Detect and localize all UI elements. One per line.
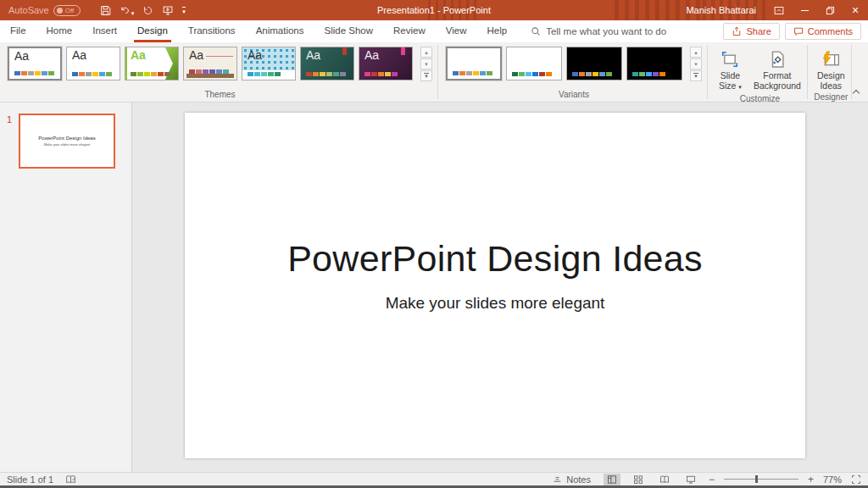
customize-quick-access-toolbar-icon[interactable]: ▾	[182, 7, 186, 14]
theme-thumbnail-4[interactable]: Aa	[183, 47, 237, 80]
status-bar: Slide 1 of 1 Notes	[0, 472, 868, 485]
slide-size-label-2: Size ▾	[719, 80, 742, 92]
theme-aa-label: Aa	[72, 48, 86, 62]
variant-color-swatches	[512, 72, 552, 76]
variant-color-swatches	[572, 72, 612, 76]
zoom-slider-thumb[interactable]	[755, 475, 758, 483]
tab-transitions[interactable]: Transitions	[178, 20, 246, 42]
design-ideas-label-1: Design	[817, 70, 845, 80]
collapse-ribbon-icon[interactable]	[854, 91, 860, 97]
reading-view-icon	[659, 474, 670, 485]
start-from-beginning-icon[interactable]	[162, 5, 174, 16]
variant-thumbnail-2[interactable]	[506, 47, 562, 80]
slide-number: 1	[0, 114, 19, 169]
share-button[interactable]: Share	[723, 23, 779, 40]
gallery-scroll-up-icon[interactable]: ▲	[420, 47, 432, 58]
theme-thumbnail-7[interactable]: Aa	[359, 47, 413, 80]
tab-insert[interactable]: Insert	[82, 20, 127, 42]
normal-view-button[interactable]	[604, 474, 620, 485]
variants-group: ▲ ▼ ▼ Variants	[438, 42, 702, 102]
tab-design[interactable]: Design	[127, 20, 178, 42]
zoom-level[interactable]: 77%	[823, 474, 842, 485]
variants-gallery-scroll: ▲ ▼ ▼	[690, 47, 702, 82]
themes-gallery-scroll: ▲ ▼ ▼	[420, 47, 432, 82]
slide-canvas[interactable]: PowerPoint Design Ideas Make your slides…	[185, 113, 805, 458]
minimize-button[interactable]	[792, 0, 817, 20]
slide-sorter-view-button[interactable]	[630, 474, 647, 485]
theme-thumbnail-3[interactable]: Aa	[125, 47, 179, 80]
titlebar-decoration	[428, 0, 479, 20]
theme-color-swatches	[306, 72, 346, 76]
design-ideas-button[interactable]: Design Ideas	[811, 47, 851, 92]
reading-view-button[interactable]	[656, 474, 673, 485]
tab-animations[interactable]: Animations	[246, 20, 314, 42]
slide-thumbnail-selected[interactable]: PowerPoint Design Ideas Make your slides…	[19, 114, 115, 169]
theme-thumbnail-1[interactable]: Aa	[8, 47, 62, 80]
tab-help[interactable]: Help	[477, 20, 518, 42]
autosave-state: Off	[65, 7, 75, 14]
autosave-toggle[interactable]: AutoSave Off	[8, 5, 81, 16]
slide-size-icon	[721, 48, 739, 70]
format-background-label-1: Format	[763, 70, 791, 80]
variant-thumbnail-1[interactable]	[446, 47, 502, 80]
user-name[interactable]: Manish Bhattarai	[686, 5, 756, 15]
undo-button[interactable]: ▾	[120, 5, 135, 16]
slide-title-textbox[interactable]: PowerPoint Design Ideas	[185, 238, 805, 280]
format-background-button[interactable]: Format Background	[748, 47, 807, 94]
variant-thumbnail-3[interactable]	[566, 47, 622, 80]
normal-view-icon	[607, 474, 617, 485]
theme-aa-label: Aa	[306, 48, 320, 62]
gallery-more-icon[interactable]: ▼	[420, 70, 432, 81]
workspace: 1 PowerPoint Design Ideas Make your slid…	[0, 103, 868, 472]
fit-slide-to-window-icon[interactable]	[851, 474, 861, 485]
quick-access-toolbar: ▾ ▾	[100, 5, 186, 16]
theme-accent-bar	[125, 47, 127, 80]
redo-icon[interactable]	[142, 5, 153, 16]
slide-size-button[interactable]: Slide Size ▾	[713, 47, 748, 94]
gallery-scroll-down-icon[interactable]: ▼	[420, 58, 432, 69]
themes-group: Aa Aa Aa Aa Aa	[0, 42, 432, 102]
theme-thumbnail-5[interactable]: Aa	[242, 47, 296, 80]
restore-button[interactable]	[817, 0, 843, 20]
gallery-scroll-down-icon[interactable]: ▼	[690, 58, 702, 69]
tab-home[interactable]: Home	[36, 20, 83, 42]
notes-label: Notes	[566, 474, 591, 485]
theme-aa-label: Aa	[131, 48, 146, 62]
zoom-in-button[interactable]: +	[808, 474, 814, 485]
format-background-icon	[768, 48, 787, 70]
tell-me-search[interactable]: Tell me what you want to do	[531, 26, 666, 36]
share-label: Share	[746, 26, 771, 36]
slide-subtitle-textbox[interactable]: Make your slides more elegant	[185, 294, 805, 313]
notes-icon	[553, 474, 562, 484]
tab-review[interactable]: Review	[383, 20, 436, 42]
close-button[interactable]: ×	[843, 0, 868, 20]
slide-show-view-button[interactable]	[682, 474, 699, 485]
ribbon-tab-row: File Home Insert Design Transitions Anim…	[0, 20, 868, 42]
designer-group: Design Ideas Designer	[808, 42, 851, 102]
save-icon[interactable]	[100, 5, 111, 16]
ribbon-display-options-icon[interactable]	[766, 0, 792, 20]
tab-view[interactable]: View	[436, 20, 477, 42]
spell-check-icon[interactable]	[65, 474, 76, 485]
notes-button[interactable]: Notes	[549, 474, 594, 485]
gallery-scroll-up-icon[interactable]: ▲	[690, 47, 702, 58]
variant-thumbnail-4[interactable]	[626, 47, 682, 80]
gallery-more-icon[interactable]: ▼	[690, 70, 702, 81]
zoom-slider[interactable]	[724, 479, 798, 480]
theme-thumbnail-2[interactable]: Aa	[66, 47, 120, 80]
theme-corner-tab-art	[342, 47, 347, 55]
slide-size-label-1: Slide	[721, 70, 740, 80]
theme-thumbnail-6[interactable]: Aa	[300, 47, 354, 80]
slide-sorter-icon	[633, 474, 643, 485]
theme-color-swatches	[189, 69, 229, 74]
comments-button[interactable]: Comments	[785, 23, 861, 40]
theme-wood-strip-art	[186, 74, 234, 78]
tab-file[interactable]: File	[0, 20, 36, 42]
undo-dropdown-icon[interactable]: ▾	[131, 10, 135, 16]
autosave-switch[interactable]: Off	[53, 5, 81, 16]
zoom-out-button[interactable]: −	[709, 474, 715, 485]
slide-show-icon	[686, 474, 696, 485]
design-ideas-icon	[821, 48, 841, 70]
variants-gallery: ▲ ▼ ▼	[446, 47, 702, 82]
tab-slide-show[interactable]: Slide Show	[314, 20, 384, 42]
